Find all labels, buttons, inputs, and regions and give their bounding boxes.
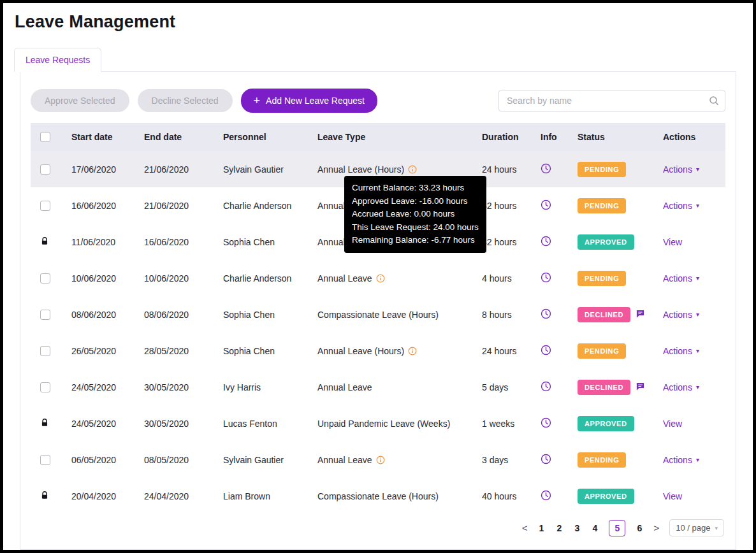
info-icon[interactable]	[408, 347, 417, 356]
table-row: 08/06/2020 08/06/2020 Sophia Chen Compas…	[31, 296, 725, 333]
personnel-cell: Sylvain Gautier	[218, 455, 312, 465]
pagination-page-2[interactable]: 2	[555, 523, 563, 533]
pagination-pages: 123456	[537, 520, 643, 536]
action-link[interactable]: View ▾	[658, 419, 725, 429]
end-date-cell: 08/05/2020	[139, 455, 218, 465]
pagination-next[interactable]: >	[653, 522, 659, 533]
page-size-select[interactable]: 10 / page ▾	[669, 519, 724, 536]
action-label: Actions	[663, 455, 692, 465]
action-link[interactable]: Actions ▾	[658, 273, 725, 284]
col-status: Status	[572, 132, 658, 142]
action-link[interactable]: Actions ▾	[658, 382, 725, 392]
action-label: Actions	[663, 346, 692, 356]
duration-cell: 1 weeks	[477, 419, 535, 429]
action-label: Actions	[663, 310, 692, 320]
info-icon[interactable]	[376, 274, 385, 283]
col-personnel: Personnel	[218, 132, 312, 142]
leave-requests-panel: Approve Selected Decline Selected + Add …	[20, 71, 736, 550]
pagination-prev[interactable]: <	[522, 522, 528, 533]
tooltip-line: This Leave Request: 24.00 hours	[352, 221, 479, 234]
pagination-page-5[interactable]: 5	[609, 520, 625, 536]
leave-type-text: Annual Leave (Hours)	[317, 346, 404, 356]
action-link[interactable]: Actions ▾	[658, 455, 725, 465]
pagination-page-1[interactable]: 1	[537, 523, 545, 533]
table-row: 24/05/2020 30/05/2020 Ivy Harris Annual …	[31, 369, 725, 405]
start-date-cell: 16/06/2020	[66, 201, 139, 211]
status-badge: APPROVED	[578, 234, 634, 250]
action-label: Actions	[663, 273, 692, 284]
search-input[interactable]	[498, 90, 725, 111]
pagination-page-4[interactable]: 4	[591, 523, 599, 533]
table-row: 10/06/2020 10/06/2020 Charlie Anderson A…	[31, 260, 725, 296]
action-link[interactable]: Actions ▾	[658, 310, 725, 320]
personnel-cell: Sophia Chen	[218, 310, 312, 320]
row-checkbox[interactable]	[40, 164, 50, 175]
clock-icon	[541, 272, 551, 283]
tab-bar: Leave Requests	[14, 47, 753, 71]
table-row: 26/05/2020 28/05/2020 Sophia Chen Annual…	[31, 333, 725, 369]
pagination-page-3[interactable]: 3	[573, 523, 581, 533]
status-badge: PENDING	[578, 452, 626, 468]
status-badge: APPROVED	[578, 416, 634, 431]
table-header: Start date End date Personnel Leave Type…	[31, 123, 725, 151]
caret-down-icon: ▾	[696, 347, 699, 354]
start-date-cell: 26/05/2020	[66, 346, 139, 356]
duration-cell: 8 hours	[477, 310, 535, 320]
row-checkbox[interactable]	[40, 273, 50, 284]
tooltip-line: Remaining Balance: -6.77 hours	[352, 234, 479, 247]
table-row: 06/05/2020 08/05/2020 Sylvain Gautier An…	[31, 442, 725, 478]
col-start-date: Start date	[66, 132, 139, 142]
action-label: Actions	[663, 382, 692, 392]
leave-type-text: Annual Leave	[317, 273, 372, 284]
col-info: Info	[535, 132, 572, 142]
page-size-value: 10 / page	[676, 523, 710, 533]
info-icon[interactable]	[408, 165, 417, 174]
duration-cell: 40 hours	[477, 491, 535, 501]
add-leave-request-button[interactable]: + Add New Leave Request	[241, 89, 377, 113]
action-link[interactable]: Actions ▾	[658, 346, 725, 356]
personnel-cell: Charlie Anderson	[218, 201, 312, 211]
decline-selected-button[interactable]: Decline Selected	[138, 89, 233, 112]
row-checkbox[interactable]	[40, 382, 50, 392]
lock-icon	[40, 418, 49, 429]
personnel-cell: Sophia Chen	[218, 237, 312, 247]
info-icon[interactable]	[376, 456, 385, 464]
action-label: Actions	[663, 164, 692, 175]
col-end-date: End date	[139, 132, 218, 142]
end-date-cell: 28/05/2020	[139, 346, 218, 356]
duration-cell: 24 hours	[477, 346, 535, 356]
tooltip-line: Accrued Leave: 0.00 hours	[352, 208, 479, 221]
action-link[interactable]: View ▾	[658, 491, 725, 501]
lock-icon	[40, 236, 49, 248]
row-checkbox[interactable]	[40, 310, 50, 320]
action-link[interactable]: Actions ▾	[658, 201, 725, 211]
tab-leave-requests[interactable]: Leave Requests	[14, 48, 101, 72]
action-link[interactable]: View ▾	[658, 237, 725, 247]
status-badge: APPROVED	[578, 489, 634, 504]
status-badge: PENDING	[578, 162, 626, 177]
row-checkbox[interactable]	[40, 346, 50, 356]
row-checkbox[interactable]	[40, 455, 50, 465]
leave-type-text: Annual Leave	[317, 382, 372, 392]
pagination-page-6[interactable]: 6	[636, 523, 643, 533]
row-checkbox[interactable]	[40, 201, 50, 211]
action-label: View	[663, 491, 682, 501]
clock-icon	[541, 199, 551, 210]
clock-icon	[541, 454, 551, 464]
select-all-checkbox[interactable]	[40, 132, 50, 142]
search-icon[interactable]	[709, 96, 719, 108]
duration-cell: 4 hours	[477, 273, 535, 284]
action-link[interactable]: Actions ▾	[658, 164, 725, 175]
caret-down-icon: ▾	[696, 202, 699, 209]
comment-icon[interactable]	[636, 382, 645, 393]
caret-down-icon: ▾	[696, 166, 699, 173]
personnel-cell: Charlie Anderson	[218, 273, 312, 284]
tooltip-line: Current Balance: 33.23 hours	[352, 182, 479, 195]
start-date-cell: 24/05/2020	[66, 382, 139, 392]
end-date-cell: 30/05/2020	[139, 419, 218, 429]
approve-selected-button[interactable]: Approve Selected	[31, 89, 129, 112]
caret-down-icon: ▾	[696, 456, 699, 463]
duration-cell: 3 days	[477, 455, 535, 465]
comment-icon[interactable]	[636, 309, 645, 320]
clock-icon	[541, 345, 551, 356]
